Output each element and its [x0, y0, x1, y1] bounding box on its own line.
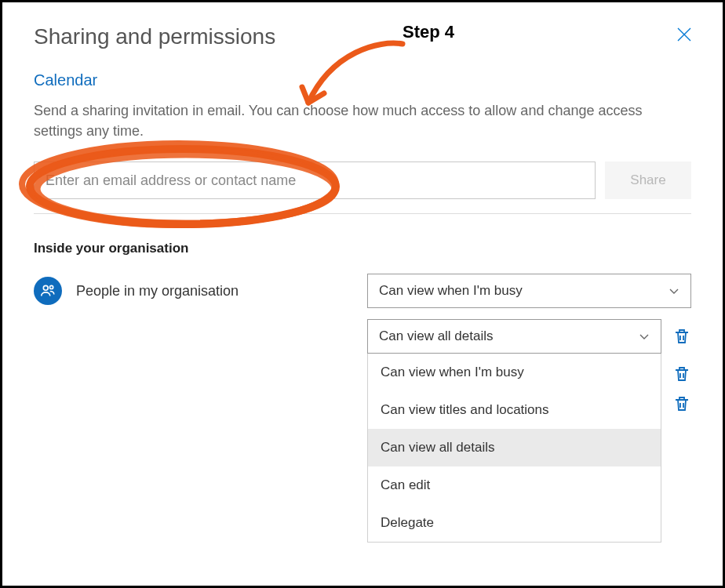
delete-button[interactable]	[672, 327, 691, 346]
inside-org-heading: Inside your organisation	[34, 241, 691, 256]
svg-point-0	[43, 286, 48, 291]
section-divider	[34, 213, 691, 214]
trash-icon	[680, 373, 683, 378]
menu-option-delegate[interactable]: Delegate	[368, 504, 661, 542]
trash-icon	[680, 403, 683, 408]
close-icon	[677, 27, 691, 42]
dropdown-value: Can view all details	[379, 328, 494, 344]
share-row: Share	[34, 162, 691, 199]
svg-point-1	[49, 285, 53, 289]
menu-option-all-details[interactable]: Can view all details	[368, 429, 661, 466]
permission-dropdown-details[interactable]: Can view all details	[367, 319, 661, 354]
page-title: Sharing and permissions	[34, 24, 691, 49]
people-icon	[39, 282, 56, 299]
chevron-down-icon	[639, 331, 650, 342]
menu-option-busy[interactable]: Can view when I'm busy	[368, 354, 661, 391]
entity-label: People in my organisation	[76, 283, 239, 299]
menu-option-titles[interactable]: Can view titles and locations	[368, 391, 661, 429]
chevron-down-icon	[669, 285, 679, 296]
calendar-description: Send a sharing invitation in email. You …	[34, 100, 691, 141]
annotation-step-label: Step 4	[403, 22, 454, 42]
permission-row-details: Can view all details Can view when I'm b…	[34, 319, 691, 354]
share-button[interactable]: Share	[605, 162, 691, 199]
permission-row-org: People in my organisation Can view when …	[34, 274, 691, 308]
dropdown-value: Can view when I'm busy	[379, 283, 523, 299]
close-button[interactable]	[677, 26, 691, 46]
permission-dropdown-busy[interactable]: Can view when I'm busy	[367, 274, 691, 308]
menu-option-edit[interactable]: Can edit	[368, 466, 661, 504]
avatar	[34, 277, 62, 305]
permission-dropdown-menu: Can view when I'm busy Can view titles a…	[367, 354, 661, 543]
sharing-permissions-panel: Sharing and permissions Calendar Send a …	[2, 2, 723, 456]
trash-icon	[680, 336, 683, 340]
permission-entity: People in my organisation	[34, 277, 367, 305]
calendar-section-title: Calendar	[34, 71, 691, 89]
email-input[interactable]	[34, 162, 596, 199]
delete-button[interactable]	[672, 394, 691, 413]
delete-button[interactable]	[672, 365, 691, 383]
